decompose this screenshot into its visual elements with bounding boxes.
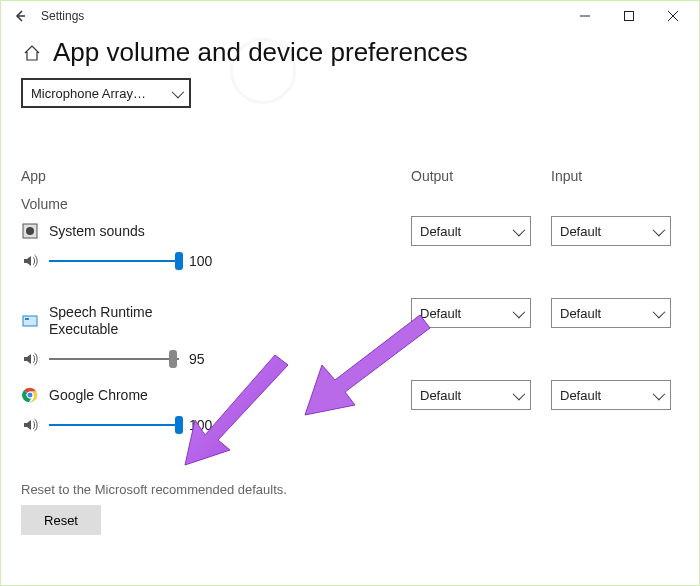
svg-rect-7: [23, 316, 37, 326]
svg-rect-2: [625, 12, 634, 21]
speaker-icon[interactable]: [21, 350, 39, 368]
back-arrow-icon: [13, 9, 27, 23]
reset-description: Reset to the Microsoft recommended defau…: [21, 482, 679, 497]
column-header-input: Input: [551, 168, 681, 212]
output-value: Default: [420, 224, 461, 239]
chevron-down-icon: [653, 306, 662, 321]
home-icon[interactable]: [21, 42, 43, 64]
output-select[interactable]: Default: [411, 298, 531, 328]
window-title: Settings: [35, 9, 84, 23]
chevron-down-icon: [653, 224, 662, 239]
column-header-volume: Volume: [21, 196, 401, 212]
volume-value: 100: [189, 253, 212, 269]
close-icon: [668, 11, 678, 21]
chrome-icon: [21, 386, 39, 404]
input-select[interactable]: Default: [551, 298, 671, 328]
maximize-button[interactable]: [607, 1, 651, 31]
volume-slider[interactable]: [49, 252, 179, 270]
system-sounds-icon: [21, 222, 39, 240]
input-value: Default: [560, 388, 601, 403]
column-header-app: App: [21, 168, 401, 184]
reset-button[interactable]: Reset: [21, 505, 101, 535]
minimize-icon: [580, 11, 590, 21]
output-select[interactable]: Default: [411, 380, 531, 410]
device-dropdown[interactable]: Microphone Array…: [21, 78, 191, 108]
back-button[interactable]: [5, 9, 35, 23]
maximize-icon: [624, 11, 634, 21]
volume-value: 100: [189, 417, 212, 433]
volume-slider[interactable]: [49, 350, 179, 368]
volume-slider[interactable]: [49, 416, 179, 434]
output-value: Default: [420, 388, 461, 403]
chevron-down-icon: [172, 86, 181, 101]
svg-point-6: [26, 227, 34, 235]
column-header-output: Output: [411, 168, 541, 212]
page-title: App volume and device preferences: [53, 37, 468, 68]
chevron-down-icon: [513, 224, 522, 239]
svg-rect-8: [25, 318, 29, 320]
output-select[interactable]: Default: [411, 216, 531, 246]
app-name: System sounds: [49, 223, 145, 239]
minimize-button[interactable]: [563, 1, 607, 31]
title-bar: Settings: [1, 1, 699, 31]
chevron-down-icon: [513, 306, 522, 321]
speech-runtime-icon: [21, 312, 39, 330]
input-value: Default: [560, 306, 601, 321]
speaker-icon[interactable]: [21, 416, 39, 434]
device-dropdown-value: Microphone Array…: [31, 86, 146, 101]
input-select[interactable]: Default: [551, 380, 671, 410]
speaker-icon[interactable]: [21, 252, 39, 270]
close-button[interactable]: [651, 1, 695, 31]
app-name: Google Chrome: [49, 387, 148, 403]
volume-value: 95: [189, 351, 205, 367]
output-value: Default: [420, 306, 461, 321]
chevron-down-icon: [653, 388, 662, 403]
input-value: Default: [560, 224, 601, 239]
app-name: Speech Runtime Executable: [49, 304, 179, 338]
input-select[interactable]: Default: [551, 216, 671, 246]
chevron-down-icon: [513, 388, 522, 403]
